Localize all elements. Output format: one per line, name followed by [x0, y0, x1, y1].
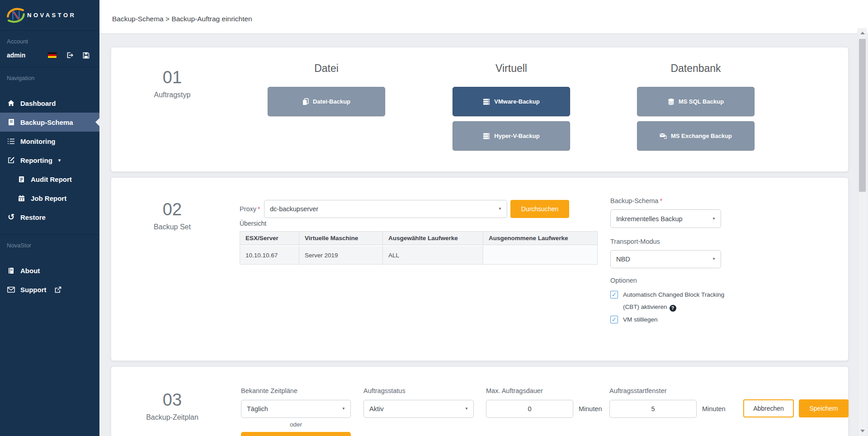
sidebar-item-audit-report[interactable]: Audit Report: [0, 170, 99, 189]
table-header[interactable]: Virtuelle Maschine: [299, 232, 383, 245]
durchsuchen-button[interactable]: Durchsuchen: [510, 200, 569, 218]
vm-quiesce-label: VM stilllegen: [623, 313, 725, 326]
sidebar-item-label: Backup-Schema: [20, 118, 73, 126]
cancel-button[interactable]: Abbrechen: [743, 399, 794, 417]
proxy-label: Proxy*: [240, 205, 260, 213]
cbt-option-label: Automatisch Changed Block Tracking (CBT)…: [623, 289, 725, 313]
step-title: Auftragstyp: [127, 91, 217, 99]
edit-icon: [7, 156, 15, 164]
cbt-checkbox[interactable]: [610, 291, 618, 299]
add-schedule-button[interactable]: [241, 432, 351, 436]
duration-label: Max. Auftragsdauer: [486, 387, 543, 394]
step3-card: 03 Backup-Zeitplan Bekannte Zeitpläne Tä…: [111, 366, 849, 436]
vm-quiesce-option: VM stilllegen: [610, 313, 726, 326]
required-asterisk: *: [660, 197, 662, 204]
save-session-icon[interactable]: [83, 52, 90, 59]
sidebar-item-label: Support: [20, 286, 47, 294]
mssql-backup-button[interactable]: MS SQL Backup: [637, 87, 755, 116]
cbt-option: Automatisch Changed Block Tracking (CBT)…: [610, 289, 726, 313]
column-datenbank: Datenbank MS SQL Backup MS Exchange Back…: [637, 62, 755, 156]
server-icon: [483, 133, 490, 139]
calendar-icon: [17, 195, 26, 202]
window-unit: Minuten: [702, 405, 726, 412]
table-header[interactable]: Ausgenommene Laufwerke: [483, 232, 597, 245]
vertical-scrollbar[interactable]: [858, 28, 867, 436]
sidebar-footer: About Support: [0, 261, 99, 299]
step2-card: 02 Backup Set Proxy* dc-backupserver ▼ D…: [111, 177, 849, 361]
column-heading-datei: Datei: [268, 62, 385, 75]
datei-backup-button[interactable]: Datei-Backup: [268, 87, 385, 116]
sidebar-item-reporting[interactable]: Reporting ▾: [0, 151, 99, 170]
transport-modus-select[interactable]: NBD ▼: [610, 250, 721, 268]
username: admin: [7, 52, 25, 59]
step3-indicator: 03 Backup-Zeitplan: [127, 390, 217, 422]
select-value: Inkrementelles Backup: [616, 215, 683, 223]
sidebar-item-dashboard[interactable]: Dashboard: [0, 94, 99, 113]
select-caret-icon: ▼: [465, 407, 468, 411]
triangle-up-icon: [860, 32, 865, 34]
select-value: Täglich: [247, 405, 268, 412]
duration-unit: Minuten: [579, 405, 602, 412]
scroll-down-button[interactable]: [858, 427, 867, 435]
sidebar-item-label: Dashboard: [20, 100, 56, 107]
table-header[interactable]: ESX/Server: [240, 232, 299, 245]
chevron-down-icon: ▾: [58, 157, 61, 163]
sidebar-item-label: Reporting: [20, 156, 52, 164]
cell-excluded-drives: [483, 245, 597, 264]
vm-quiesce-checkbox[interactable]: [610, 316, 618, 323]
table-header-row: ESX/Server Virtuelle Maschine Ausgewählt…: [240, 232, 597, 245]
save-button[interactable]: Speichern: [799, 399, 849, 417]
step-number: 03: [127, 390, 217, 410]
backup-schema-select[interactable]: Inkrementelles Backup ▼: [610, 209, 721, 228]
step-title: Backup Set: [127, 223, 217, 231]
schedules-select[interactable]: Täglich ▼: [241, 400, 351, 418]
column-datei: Datei Datei-Backup: [268, 62, 385, 121]
proxy-select[interactable]: dc-backupserver ▼: [264, 200, 507, 218]
sidebar-item-monitoring[interactable]: Monitoring: [0, 132, 99, 151]
novastor-logo-icon: [5, 5, 26, 25]
hyperv-backup-button[interactable]: Hyper-V-Backup: [453, 121, 570, 151]
scrollbar-thumb[interactable]: [859, 39, 866, 192]
mail-sync-icon: [660, 133, 667, 139]
column-virtuell: Virtuell VMware-Backup Hyper-V-Backup: [453, 62, 570, 156]
vmware-backup-button[interactable]: VMware-Backup: [453, 87, 570, 116]
step1-card: 01 Auftragstyp Datei Datei-Backup Virtue…: [111, 47, 849, 172]
german-flag-icon[interactable]: [48, 52, 57, 58]
undo-icon: ↺: [7, 214, 15, 220]
vm-table: ESX/Server Virtuelle Maschine Ausgewählt…: [240, 231, 598, 265]
help-circle-icon[interactable]: [670, 305, 676, 312]
backup-schema-label: Backup-Schema*: [610, 197, 662, 204]
column-heading-datenbank: Datenbank: [637, 62, 755, 75]
select-caret-icon: ▼: [712, 217, 716, 221]
select-value: dc-backupserver: [270, 205, 318, 213]
nav-list: Dashboard Backup-Schema Monitoring R: [0, 94, 99, 227]
button-label: Datei-Backup: [313, 98, 350, 105]
step-number: 02: [127, 200, 217, 219]
file-icon: [17, 176, 26, 183]
sidebar-item-job-report[interactable]: Job Report: [0, 189, 99, 208]
logout-icon[interactable]: [66, 52, 73, 59]
scroll-up-button[interactable]: [858, 29, 867, 37]
sidebar-item-support[interactable]: Support: [0, 280, 99, 299]
sidebar-item-label: About: [20, 267, 40, 275]
optionen-label: Optionen: [610, 277, 637, 284]
account-section-label: Account: [0, 31, 99, 45]
sidebar-item-restore[interactable]: ↺ Restore: [0, 208, 99, 227]
msexchange-backup-button[interactable]: MS Exchange Backup: [637, 121, 755, 151]
table-row[interactable]: 10.10.10.67 Server 2019 ALL: [240, 245, 597, 264]
status-select[interactable]: Aktiv ▼: [363, 400, 474, 418]
overview-label: Übersicht: [240, 220, 266, 227]
novastor-logo[interactable]: NOVASTOR: [0, 0, 99, 30]
topbar: Backup-Schema > Backup-Auftrag einrichte…: [99, 0, 868, 34]
button-label: Hyper-V-Backup: [494, 133, 539, 139]
duration-input[interactable]: [486, 400, 573, 418]
sidebar-item-backup-schema[interactable]: Backup-Schema: [0, 113, 99, 132]
window-input[interactable]: [609, 400, 697, 418]
sidebar: NOVASTOR Account admin Navigation Dashbo…: [0, 0, 99, 436]
select-value: Aktiv: [369, 405, 383, 412]
button-label: Durchsuchen: [521, 205, 559, 213]
table-header[interactable]: Ausgewählte Laufwerke: [383, 232, 483, 245]
sidebar-item-about[interactable]: About: [0, 261, 99, 280]
button-label: VMware-Backup: [494, 98, 539, 105]
required-asterisk: *: [258, 205, 260, 213]
